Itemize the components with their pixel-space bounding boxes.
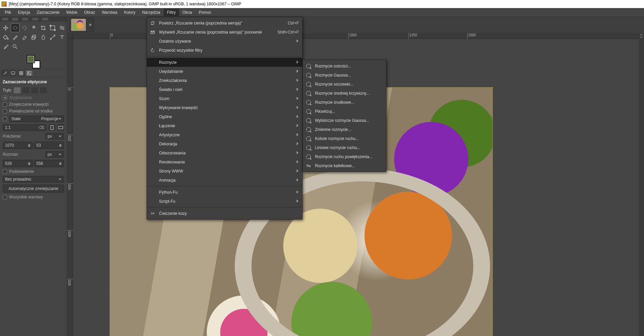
ellipse-select-tool[interactable] (11, 23, 19, 32)
menu-plik[interactable]: Plik (1, 9, 14, 16)
paintbrush-tool[interactable] (11, 33, 19, 42)
feather-checkbox[interactable] (3, 102, 7, 107)
all-layers-checkbox[interactable] (3, 195, 7, 199)
submenu-item-label: Rozmycie ostrości... (315, 64, 383, 68)
auto-shrink-label: Automatyczne zmniejszanie (8, 186, 58, 191)
submenu-item-label: Rozmycie soczewki... (315, 82, 383, 87)
menu-item[interactable]: Światło i cień (147, 85, 302, 94)
menu-item[interactable]: Powtórz „Rzucanie cienia (poprzednia wer… (147, 18, 302, 28)
menu-item[interactable]: Odwzorowania (147, 148, 302, 157)
size-unit-select[interactable]: px (45, 151, 64, 158)
menu-zaznaczenie[interactable]: Zaznaczenie (33, 9, 63, 16)
tab-device-status-icon[interactable] (9, 70, 17, 76)
submenu-item[interactable]: Rozmycie Gaussa... (303, 70, 386, 80)
submenu-item[interactable]: Pikselizuj... (303, 107, 386, 116)
menu-narzędzia[interactable]: Narzędzia (139, 9, 164, 16)
menu-item[interactable]: Artystyczne (147, 130, 302, 139)
color-picker-tool[interactable] (1, 42, 10, 51)
position-y-input[interactable]: 53 (34, 142, 64, 149)
size-w-input[interactable]: 528 (3, 160, 33, 167)
fg-color-swatch[interactable] (27, 55, 35, 63)
guides-select[interactable]: Bez prowadnic (3, 176, 64, 183)
menu-widok[interactable]: Widok (63, 9, 80, 16)
menu-item[interactable]: Renderowanie (147, 157, 302, 166)
mode-replace[interactable] (14, 87, 20, 93)
menu-filtry[interactable]: Filtry (164, 9, 179, 16)
move-tool[interactable] (1, 23, 10, 32)
menu-obraz[interactable]: Obraz (81, 9, 99, 16)
aspect-ratio-input[interactable]: 1:1 ⌫ (3, 124, 47, 131)
mode-intersect[interactable] (40, 87, 47, 93)
submenu-item[interactable]: Rozmycie ruchu powiększenia... (303, 152, 386, 161)
paths-tool[interactable] (48, 33, 57, 42)
submenu-item[interactable]: Rozmycie soczewki... (303, 80, 386, 89)
submenu-item[interactable]: Liniowe rozmycie ruchu... (303, 143, 386, 152)
submenu-item[interactable]: Rozmycie ostrości... (303, 61, 386, 70)
eraser-tool[interactable] (20, 33, 29, 42)
zoom-tool[interactable] (11, 42, 19, 51)
submenu-item-label: Rozmycie środkowe... (315, 100, 383, 105)
clone-tool[interactable] (30, 33, 38, 42)
menu-item-label: Wykrywanie krawędzi (159, 105, 292, 110)
tab-images-icon[interactable] (25, 70, 33, 76)
close-icon[interactable]: ✕ (88, 22, 93, 27)
fixed-mode-field[interactable]: Stałe Proporcje (9, 115, 64, 122)
menu-item[interactable]: Uwydatnianie (147, 67, 302, 76)
menu-edycja[interactable]: Edycja (14, 9, 33, 16)
menu-item[interactable]: Ćwiczenie kozy (147, 209, 302, 218)
smudge-tool[interactable] (39, 33, 48, 42)
menu-item-label: Szum (159, 96, 292, 101)
text-tool[interactable] (58, 33, 66, 42)
menu-item[interactable]: Wykrywanie krawędzi (147, 103, 302, 112)
highlight-checkbox[interactable] (3, 170, 7, 174)
menu-item[interactable]: Szum (147, 94, 302, 103)
antialias-checkbox[interactable] (3, 96, 7, 100)
menu-item[interactable]: Przywróć wszystkie filtry (147, 46, 302, 55)
unified-transform-tool[interactable] (48, 23, 57, 32)
submenu-item[interactable]: Wybiórcze rozmycie Gaussa... (303, 116, 386, 125)
color-swatches[interactable] (27, 55, 40, 68)
warp-tool[interactable] (58, 23, 66, 32)
submenu-item[interactable]: Koliste rozmycie ruchu... (303, 134, 386, 143)
menu-item[interactable]: Łączenie (147, 121, 302, 130)
menu-item[interactable]: Ogólne (147, 112, 302, 121)
menu-item[interactable]: Zniekształcenia (147, 76, 302, 85)
menu-item[interactable]: Wyświetl „Rzucanie cienia (poprzednia we… (147, 28, 302, 37)
menu-item[interactable]: Rozmycie (147, 58, 302, 67)
vertical-scrollbar[interactable] (639, 39, 644, 336)
submenu-item[interactable]: Rozmycie średniej krzywizny... (303, 89, 386, 98)
image-tab[interactable]: ✕ (70, 17, 94, 32)
menu-item[interactable]: Dekoracja (147, 139, 302, 148)
menu-okna[interactable]: Okna (179, 9, 196, 16)
menu-item[interactable]: Script-Fu (147, 197, 302, 206)
gegl-icon (306, 136, 312, 141)
fixed-checkbox[interactable] (3, 117, 7, 121)
fuzzy-select-tool[interactable] (30, 23, 38, 32)
tab-undo-history-icon[interactable] (17, 70, 25, 76)
landscape-button[interactable] (57, 124, 64, 131)
clear-icon[interactable]: ⌫ (39, 125, 44, 130)
auto-shrink-button[interactable]: Automatyczne zmniejszanie (3, 185, 64, 193)
mode-subtract[interactable] (31, 87, 38, 93)
canvas-nav-icon[interactable] (639, 33, 644, 39)
menu-item[interactable]: Python-Fu (147, 188, 302, 197)
submenu-item[interactable]: Rozmycie kafelkowe... (303, 161, 386, 170)
expand-from-center-checkbox[interactable] (3, 109, 7, 113)
menu-item[interactable]: Animacja (147, 176, 302, 185)
position-x-input[interactable]: 1070 (3, 142, 33, 149)
portrait-button[interactable] (49, 124, 55, 131)
mode-add[interactable] (22, 87, 29, 93)
tab-tool-options-icon[interactable] (1, 70, 9, 76)
free-select-tool[interactable] (20, 23, 29, 32)
submenu-item[interactable]: Rozmycie środkowe... (303, 98, 386, 107)
position-unit-select[interactable]: px (45, 133, 64, 140)
menu-item[interactable]: Ostatnio używane (147, 37, 302, 46)
crop-tool[interactable] (39, 23, 48, 32)
bucket-fill-tool[interactable] (1, 33, 10, 42)
menu-item[interactable]: Strony WWW (147, 166, 302, 176)
menu-pomoc[interactable]: Pomoc (195, 9, 214, 16)
size-h-input[interactable]: 556 (34, 160, 64, 167)
menu-kolory[interactable]: Kolory (121, 9, 139, 16)
menu-warstwa[interactable]: Warstwa (98, 9, 120, 16)
submenu-item[interactable]: Zmienne rozmycie... (303, 125, 386, 134)
